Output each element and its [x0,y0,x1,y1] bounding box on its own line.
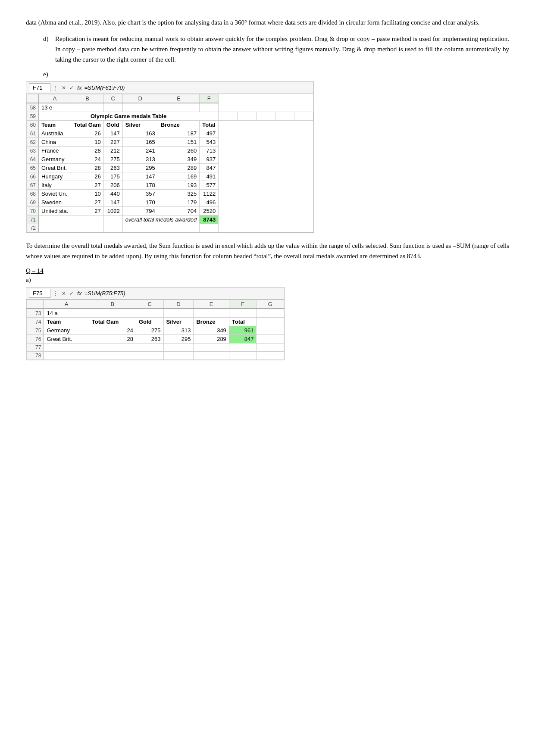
table-cell[interactable]: Total [229,318,257,326]
table-cell[interactable]: Olympic Game medals Table [39,112,219,121]
table-cell[interactable]: 13 e [39,103,71,112]
table-cell[interactable]: 27 [71,198,104,207]
table-cell[interactable]: Bronze [194,318,229,326]
table-cell[interactable] [257,309,284,318]
table-cell[interactable]: 28 [89,335,136,344]
table-cell[interactable] [103,216,122,224]
table-cell[interactable] [275,112,294,121]
table-cell[interactable] [71,103,104,112]
table-cell[interactable]: Great Brit. [39,164,71,172]
table-cell[interactable] [163,309,194,318]
table-cell[interactable] [44,352,89,360]
table-cell[interactable]: 178 [122,181,158,190]
table-cell[interactable]: 179 [158,198,200,207]
table-cell[interactable] [194,344,229,352]
table-cell[interactable] [71,224,104,232]
col-header-c[interactable]: C [103,94,122,103]
table-cell[interactable]: 147 [103,129,122,138]
table-cell[interactable] [294,112,313,121]
col-header-f-2[interactable]: F [229,300,257,309]
col-header-b[interactable]: B [71,94,104,103]
table-cell[interactable]: 169 [158,172,200,181]
table-cell[interactable]: 313 [163,326,194,335]
table-cell[interactable]: 2520 [200,207,219,216]
formula-icon-fx-2[interactable]: fx [76,291,83,297]
table-cell[interactable]: overall total medals awarded [122,216,199,224]
table-cell[interactable] [163,344,194,352]
formula-icon-x[interactable]: ✕ [61,85,67,91]
col-header-d[interactable]: D [122,94,158,103]
table-cell[interactable]: 1122 [200,190,219,198]
col-header-a-2[interactable]: A [44,300,89,309]
table-cell[interactable]: 175 [103,172,122,181]
table-cell[interactable]: 961 [229,326,257,335]
table-cell[interactable]: 193 [158,181,200,190]
col-header-b-2[interactable]: B [89,300,136,309]
table-cell[interactable] [229,352,257,360]
table-cell[interactable]: 27 [71,181,104,190]
table-cell[interactable] [219,112,238,121]
table-cell[interactable]: 212 [103,147,122,155]
table-cell[interactable]: United sta. [39,207,71,216]
table-cell[interactable]: 170 [122,198,158,207]
table-cell[interactable] [257,352,284,360]
table-cell[interactable] [158,103,200,112]
table-cell[interactable]: 577 [200,181,219,190]
table-cell[interactable]: 26 [71,172,104,181]
table-cell[interactable]: Great Brit. [44,335,89,344]
table-cell[interactable]: 491 [200,172,219,181]
table-cell[interactable]: 289 [194,335,229,344]
table-cell[interactable]: Sweden [39,198,71,207]
col-header-g-2[interactable]: G [257,300,284,309]
table-cell[interactable]: 28 [71,147,104,155]
table-cell[interactable]: 8743 [200,216,219,224]
table-cell[interactable]: 14 a [44,309,89,318]
table-cell[interactable]: Germany [44,326,89,335]
col-header-a[interactable]: A [39,94,71,103]
table-cell[interactable]: 496 [200,198,219,207]
table-cell[interactable]: 847 [229,335,257,344]
col-header-e-2[interactable]: E [194,300,229,309]
table-cell[interactable]: 325 [158,190,200,198]
table-cell[interactable]: 187 [158,129,200,138]
formula-icon-fx[interactable]: fx [76,85,83,91]
table-cell[interactable]: 147 [103,198,122,207]
table-cell[interactable]: 165 [122,138,158,147]
table-cell[interactable] [122,224,158,232]
col-header-e[interactable]: E [158,94,200,103]
cell-ref-1[interactable]: F71 [29,83,50,92]
table-cell[interactable]: 227 [103,138,122,147]
col-header-f[interactable]: F [200,94,219,103]
table-cell[interactable]: Total [200,121,219,129]
table-cell[interactable]: 206 [103,181,122,190]
table-cell[interactable] [103,224,122,232]
table-cell[interactable]: 275 [103,155,122,164]
cell-ref-2[interactable]: F75 [29,289,50,298]
table-cell[interactable]: 794 [122,207,158,216]
table-cell[interactable]: 847 [200,164,219,172]
table-cell[interactable]: Total Gam [89,318,136,326]
table-cell[interactable]: France [39,147,71,155]
table-cell[interactable] [194,309,229,318]
table-cell[interactable] [103,103,122,112]
table-cell[interactable]: 24 [71,155,104,164]
table-cell[interactable]: 151 [158,138,200,147]
table-cell[interactable]: 24 [89,326,136,335]
table-cell[interactable]: 295 [122,164,158,172]
table-cell[interactable]: Soviet Un. [39,190,71,198]
table-cell[interactable]: 163 [122,129,158,138]
table-cell[interactable]: 289 [158,164,200,172]
table-cell[interactable] [89,344,136,352]
table-cell[interactable]: 1022 [103,207,122,216]
table-cell[interactable]: 497 [200,129,219,138]
table-cell[interactable]: Silver [122,121,158,129]
table-cell[interactable]: Team [39,121,71,129]
table-cell[interactable]: Bronze [158,121,200,129]
table-cell[interactable]: 260 [158,147,200,155]
table-cell[interactable] [89,309,136,318]
table-cell[interactable] [39,224,71,232]
table-cell[interactable] [229,344,257,352]
table-cell[interactable]: 10 [71,138,104,147]
table-cell[interactable]: 275 [136,326,163,335]
table-cell[interactable] [229,309,257,318]
